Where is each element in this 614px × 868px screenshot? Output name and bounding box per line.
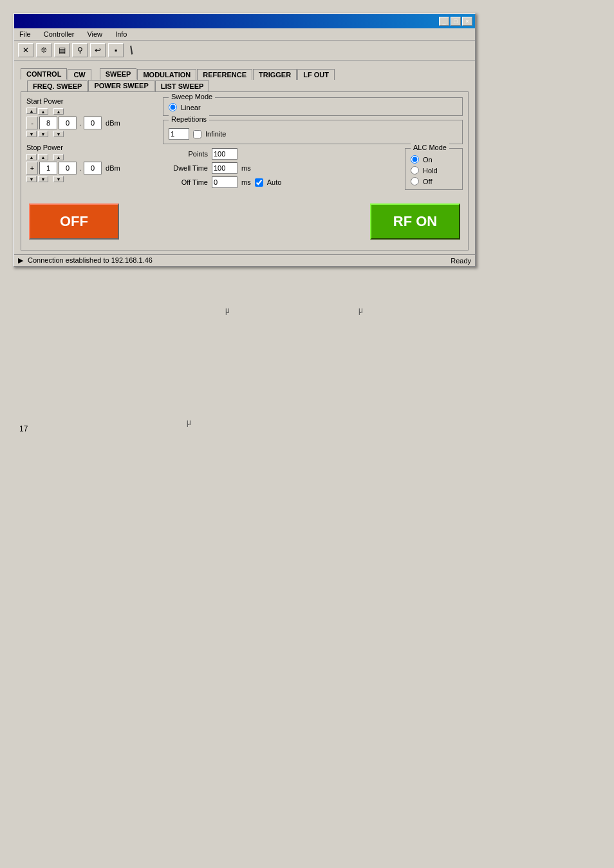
stop-power-up1[interactable]: ▲ [26,154,37,160]
tab-reference[interactable]: REFERENCE [197,69,252,80]
tab-row1: CONTROL CW SWEEP MODULATION REFERENCE TR… [21,68,469,80]
start-power-val2[interactable] [59,117,77,129]
toolbar-btn-stop[interactable]: ✕ [18,43,33,57]
tab-freq-sweep[interactable]: FREQ. SWEEP [27,80,88,91]
alc-mode-groupbox: ALC Mode On Hold [405,148,463,190]
toolbar-btn-search[interactable]: ⚲ [72,43,88,57]
start-power-dn2[interactable]: ▼ [38,131,48,137]
title-bar: _ □ × [14,14,475,28]
toolbar-btn-save[interactable]: ▤ [54,43,70,57]
off-button[interactable]: OFF [29,203,119,240]
alc-off-row: Off [411,177,457,185]
stop-power-label: Stop Power [26,144,155,151]
stop-power-unit: dBm [106,164,120,172]
menu-view[interactable]: View [84,30,105,39]
stop-power-up2[interactable]: ▲ [38,154,48,160]
menu-file[interactable]: File [17,30,33,39]
start-power-down-row: ▼ ▼ ▼ [26,131,155,137]
stop-power-val3[interactable] [84,162,102,175]
tab-trigger[interactable]: TRIGGER [253,69,297,80]
repetitions-title: Repetitions [169,115,209,123]
stop-power-up3[interactable]: ▲ [53,154,64,160]
tab-modulation[interactable]: MODULATION [137,69,196,80]
bottom-row: Points Dwell Time ms Off Time [163,148,463,191]
start-power-dn1[interactable]: ▼ [26,131,37,137]
menu-bar: File Controller View Info [14,28,475,41]
mu-row1: μ μ [13,306,601,315]
alc-off-radio[interactable] [411,177,419,185]
dwell-time-input[interactable] [212,162,237,174]
alc-off-label: Off [423,178,432,185]
left-panel: Start Power ▲ ▲ ▲ [26,97,155,191]
toolbar-btn-square[interactable]: ▪ [108,43,124,57]
points-input[interactable] [212,148,237,160]
tab-sweep[interactable]: SWEEP [100,68,137,80]
maximize-button[interactable]: □ [451,17,461,26]
tab-list-sweep[interactable]: LIST SWEEP [155,80,210,91]
sweep-mode-linear-radio[interactable] [169,103,177,111]
stop-power-dn3[interactable]: ▼ [53,176,64,182]
off-time-row: Off Time ms Auto [163,176,398,188]
close-button[interactable]: × [462,17,472,26]
stop-power-val1[interactable] [39,162,57,175]
alc-on-row: On [411,155,457,164]
start-power-label: Start Power [26,97,155,105]
start-power-up-row: ▲ ▲ ▲ [26,108,155,115]
fields-col: Points Dwell Time ms Off Time [163,148,398,191]
repetitions-input[interactable] [169,128,189,140]
stop-power-dn1[interactable]: ▼ [26,176,37,182]
start-power-val1[interactable] [39,117,57,129]
tab-power-sweep[interactable]: POWER SWEEP [88,80,154,91]
mu-text-2: μ [358,306,363,315]
tab-lf-out[interactable]: LF OUT [297,69,335,80]
menu-controller[interactable]: Controller [41,30,77,39]
start-power-sign[interactable]: - [26,117,38,129]
sweep-mode-linear-label: Linear [181,104,201,111]
tab-cw[interactable]: CW [68,69,91,80]
points-label: Points [163,150,208,158]
menu-info[interactable]: Info [113,30,129,39]
stop-power-dot: . [78,164,82,172]
page-number: 17 [19,424,28,433]
toolbar-btn-settings[interactable]: ❊ [36,43,51,57]
start-power-up3[interactable]: ▲ [53,108,64,115]
diagonal-line-icon: / [128,43,136,57]
rf-on-button[interactable]: RF ON [370,203,460,240]
alc-on-radio[interactable] [411,155,419,164]
toolbar-btn-undo[interactable]: ↩ [90,43,106,57]
stop-power-sign[interactable]: + [26,162,38,175]
tab-control[interactable]: CONTROL [21,68,67,80]
sweep-mode-groupbox: Sweep Mode Linear [163,97,463,116]
stop-power-value-row: + . dBm [26,162,155,175]
toolbar: ✕ ❊ ▤ ⚲ ↩ ▪ / [14,41,475,61]
main-content: CONTROL CW SWEEP MODULATION REFERENCE TR… [14,64,475,254]
start-power-val3[interactable] [84,117,102,129]
points-row: Points [163,148,398,160]
off-time-input[interactable] [212,176,237,188]
repetitions-infinite-checkbox[interactable] [193,130,201,138]
start-power-unit: dBm [106,119,120,127]
mu-text-1: μ [225,306,230,315]
start-power-dn3[interactable]: ▼ [53,131,64,137]
mu-text-3: μ [187,418,191,427]
big-btn-row: OFF RF ON [26,198,463,245]
tab-row2: FREQ. SWEEP POWER SWEEP LIST SWEEP [27,80,469,91]
start-power-up1[interactable]: ▲ [26,108,37,114]
minimize-button[interactable]: _ [439,17,449,26]
status-connection-text: Connection established to 192.168.1.46 [28,256,153,264]
alc-hold-radio[interactable] [411,166,419,175]
status-ready: Ready [451,257,471,265]
stop-power-up-row: ▲ ▲ ▲ [26,154,155,160]
stop-power-val2[interactable] [59,162,77,175]
status-bar: ▶ Connection established to 192.168.1.46… [14,254,475,266]
stop-power-dn2[interactable]: ▼ [38,176,48,182]
start-power-up2[interactable]: ▲ [38,108,48,115]
status-arrow-icon: ▶ [18,256,23,264]
alc-on-label: On [423,156,433,164]
off-time-auto-checkbox[interactable] [255,178,263,187]
dwell-time-label: Dwell Time [163,164,208,172]
alc-mode-title: ALC Mode [411,144,449,151]
alc-hold-row: Hold [411,166,457,175]
start-power-value-row: - . dBm [26,117,155,129]
off-time-auto-label: Auto [267,178,282,186]
